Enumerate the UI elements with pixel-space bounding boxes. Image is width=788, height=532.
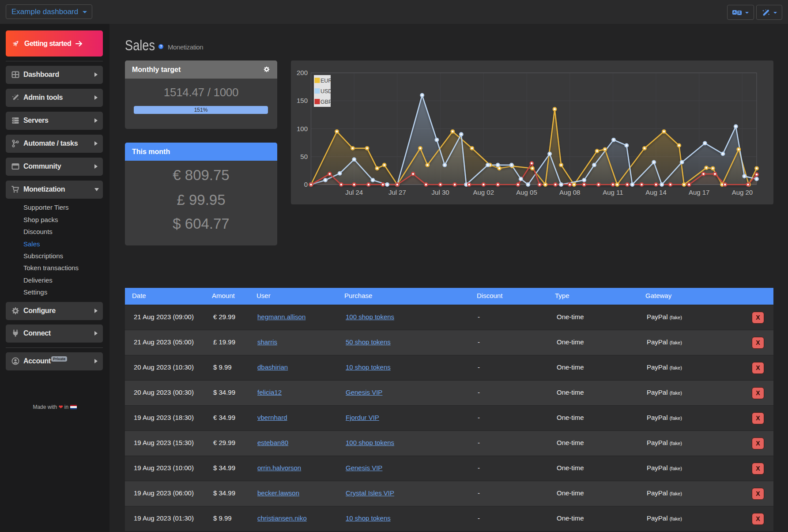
svg-text:Aug 20: Aug 20 <box>732 189 753 196</box>
svg-text:50: 50 <box>300 153 308 160</box>
svg-text:150: 150 <box>297 97 308 104</box>
svg-text:200: 200 <box>297 69 308 76</box>
svg-text:Aug 14: Aug 14 <box>645 189 667 196</box>
svg-text:EUR: EUR <box>320 78 332 84</box>
svg-text:Aug 02: Aug 02 <box>473 189 494 196</box>
svg-text:100: 100 <box>297 125 308 132</box>
svg-text:Aug 17: Aug 17 <box>689 189 710 196</box>
svg-text:Jul 30: Jul 30 <box>432 189 449 196</box>
svg-text:GBP: GBP <box>320 99 332 105</box>
svg-text:USD: USD <box>320 88 332 94</box>
svg-text:Jul 24: Jul 24 <box>345 189 363 196</box>
svg-text:Aug 08: Aug 08 <box>559 189 581 196</box>
svg-text:Jul 27: Jul 27 <box>388 189 406 196</box>
svg-text:Aug 05: Aug 05 <box>516 189 537 196</box>
svg-text:0: 0 <box>304 181 308 188</box>
svg-text:Aug 11: Aug 11 <box>603 189 623 196</box>
